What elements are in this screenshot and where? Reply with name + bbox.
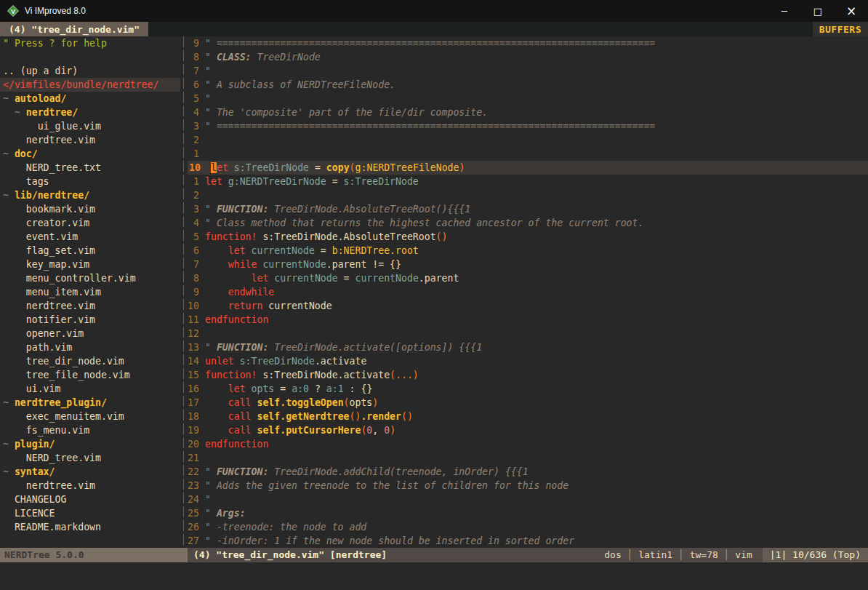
tree-item-label: path.vim <box>26 342 73 353</box>
code-line[interactable]: 12 <box>188 327 868 340</box>
tree-updir[interactable]: .. (up a dir) <box>0 64 180 78</box>
code-line[interactable]: 27" -inOrder: 1 if the new node should b… <box>188 534 868 548</box>
tab-current[interactable]: (4) "tree_dir_node.vim" <box>0 22 148 36</box>
tree-file[interactable]: CHANGELOG <box>0 493 180 506</box>
statusline-position: |1| 10/636 (Top) <box>763 548 868 562</box>
code-line[interactable]: 3" =====================================… <box>188 119 868 133</box>
code-line[interactable]: 3" FUNCTION: TreeDirNode.AbsoluteTreeRoo… <box>188 202 868 216</box>
code-line[interactable]: 21 <box>188 451 868 465</box>
code-text: call self.getNerdtree().render() <box>205 410 413 423</box>
code-line[interactable]: 2 <box>188 133 868 147</box>
tree-item-prefix <box>3 411 26 422</box>
tree-dir[interactable]: ~ nerdtree_plugin/ <box>0 396 180 410</box>
code-text: " The 'composite' part of the file/dir c… <box>205 105 488 119</box>
tree-file[interactable]: ui_glue.vim <box>0 119 180 133</box>
tree-help: " Press ? for help <box>0 36 180 50</box>
code-line[interactable]: 22" FUNCTION: TreeDirNode.addChild(treen… <box>188 465 868 479</box>
code-line[interactable]: 25" Args: <box>188 506 868 520</box>
code-text: " <box>205 92 211 105</box>
tree-item-label: tags <box>26 176 49 187</box>
tree-file[interactable]: event.vim <box>0 230 180 244</box>
tree-item-label: bookmark.vim <box>26 204 95 215</box>
code-line[interactable]: 19 call self.putCursorHere(0, 0) <box>188 423 868 437</box>
buffers-label: BUFFERS <box>813 22 868 36</box>
tree-file[interactable]: flag_set.vim <box>0 244 180 258</box>
code-line[interactable]: 24" <box>188 493 868 506</box>
code-line[interactable]: 18 call self.getNerdtree().render() <box>188 410 868 423</box>
tree-file[interactable]: nerdtree.vim <box>0 133 180 147</box>
tree-root[interactable]: </vimfiles/bundle/nerdtree/ <box>0 78 180 92</box>
code-line[interactable]: 6 let currentNode = b:NERDTree.root <box>188 244 868 258</box>
code-line[interactable]: 4" The 'composite' part of the file/dir … <box>188 105 868 119</box>
tree-file[interactable]: key_map.vim <box>0 258 180 271</box>
code-line[interactable]: 10let s:TreeDirNode = copy(g:NERDTreeFil… <box>188 161 868 175</box>
code-line[interactable]: 7 while currentNode.parent != {} <box>188 258 868 271</box>
code-line[interactable]: 13" FUNCTION: TreeDirNode.activate([opti… <box>188 340 868 354</box>
code-line[interactable]: 14unlet s:TreeDirNode.activate <box>188 354 868 368</box>
close-button[interactable]: × <box>835 0 868 22</box>
tree-file[interactable]: tags <box>0 175 180 188</box>
minimize-button[interactable]: ─ <box>768 0 801 22</box>
tree-item-label: .. (up a dir) <box>3 65 78 76</box>
tree-file[interactable]: tree_dir_node.vim <box>0 354 180 368</box>
tree-file[interactable]: exec_menuitem.vim <box>0 410 180 423</box>
code-line[interactable]: 5function! s:TreeDirNode.AbsoluteTreeRoo… <box>188 230 868 244</box>
tree-file[interactable]: nerdtree.vim <box>0 479 180 493</box>
tree-file[interactable]: NERD_tree.txt <box>0 161 180 175</box>
window-separator[interactable] <box>180 36 188 548</box>
code-line[interactable]: 17 call self.toggleOpen(opts) <box>188 396 868 410</box>
tree-dir[interactable]: ~ autoload/ <box>0 92 180 105</box>
tree-file[interactable]: notifier.vim <box>0 313 180 327</box>
code-line[interactable]: 26" -treenode: the node to add <box>188 520 868 534</box>
tree-file[interactable]: creator.vim <box>0 216 180 230</box>
line-number: 6 <box>188 244 205 258</box>
tree-item-label: menu_controller.vim <box>26 273 136 284</box>
code-line[interactable]: 16 let opts = a:0 ? a:1 : {} <box>188 382 868 396</box>
code-line[interactable]: 10 return currentNode <box>188 299 868 313</box>
tree-file[interactable]: menu_item.vim <box>0 285 180 299</box>
tree-file[interactable]: path.vim <box>0 340 180 354</box>
code-line[interactable]: 11endfunction <box>188 313 868 327</box>
code-line[interactable]: 7" <box>188 64 868 78</box>
tree-file[interactable]: menu_controller.vim <box>0 271 180 285</box>
code-line[interactable]: 8" CLASS: TreeDirNode <box>188 50 868 64</box>
code-line[interactable]: 9" =====================================… <box>188 36 868 50</box>
code-line[interactable]: 23" Adds the given treenode to the list … <box>188 479 868 493</box>
code-line[interactable]: 2 <box>188 188 868 202</box>
code-line[interactable]: 20endfunction <box>188 437 868 451</box>
code-text: endfunction <box>205 437 268 451</box>
code-line[interactable]: 15function! s:TreeDirNode.activate(...) <box>188 368 868 382</box>
code-line[interactable]: 8 let currentNode = currentNode.parent <box>188 271 868 285</box>
code-line[interactable]: 1let g:NERDTreeDirNode = s:TreeDirNode <box>188 175 868 188</box>
code-line[interactable]: 1 <box>188 147 868 161</box>
tree-item-label: plugin/ <box>15 439 55 450</box>
tree-file[interactable]: fs_menu.vim <box>0 423 180 437</box>
tree-item-label: ui.vim <box>26 383 61 394</box>
line-number: 15 <box>188 368 205 382</box>
code-text: call self.putCursorHere(0, 0) <box>205 423 395 437</box>
tree-item-prefix <box>3 300 26 311</box>
tree-item-prefix <box>3 328 26 339</box>
tree-dir[interactable]: ~ plugin/ <box>0 437 180 451</box>
tree-dir[interactable]: ~ lib/nerdtree/ <box>0 188 180 202</box>
main-statusline: (4) "tree_dir_node.vim" [nerdtree] dos │… <box>188 548 868 562</box>
tree-file[interactable]: NERD_tree.vim <box>0 451 180 465</box>
tree-dir[interactable]: ~ syntax/ <box>0 465 180 479</box>
code-line[interactable]: 6" A subclass of NERDTreeFileNode. <box>188 78 868 92</box>
tree-file[interactable]: README.markdown <box>0 520 180 534</box>
tree-file[interactable]: LICENCE <box>0 506 180 520</box>
tree-file[interactable]: nerdtree.vim <box>0 299 180 313</box>
code-line[interactable]: 5" <box>188 92 868 105</box>
maximize-button[interactable]: □ <box>801 0 835 22</box>
tree-dir[interactable]: ~ doc/ <box>0 147 180 161</box>
line-number: 21 <box>188 451 205 465</box>
line-number: 7 <box>188 64 205 78</box>
tree-file[interactable]: tree_file_node.vim <box>0 368 180 382</box>
code-line[interactable]: 9 endwhile <box>188 285 868 299</box>
tree-file[interactable]: bookmark.vim <box>0 202 180 216</box>
tree-file[interactable]: opener.vim <box>0 327 180 340</box>
tree-dir[interactable]: ~ nerdtree/ <box>0 105 180 119</box>
tree-file[interactable]: ui.vim <box>0 382 180 396</box>
code-line[interactable]: 4" Class method that returns the highest… <box>188 216 868 230</box>
statusline: NERDTree 5.0.0 (4) "tree_dir_node.vim" [… <box>0 548 868 562</box>
